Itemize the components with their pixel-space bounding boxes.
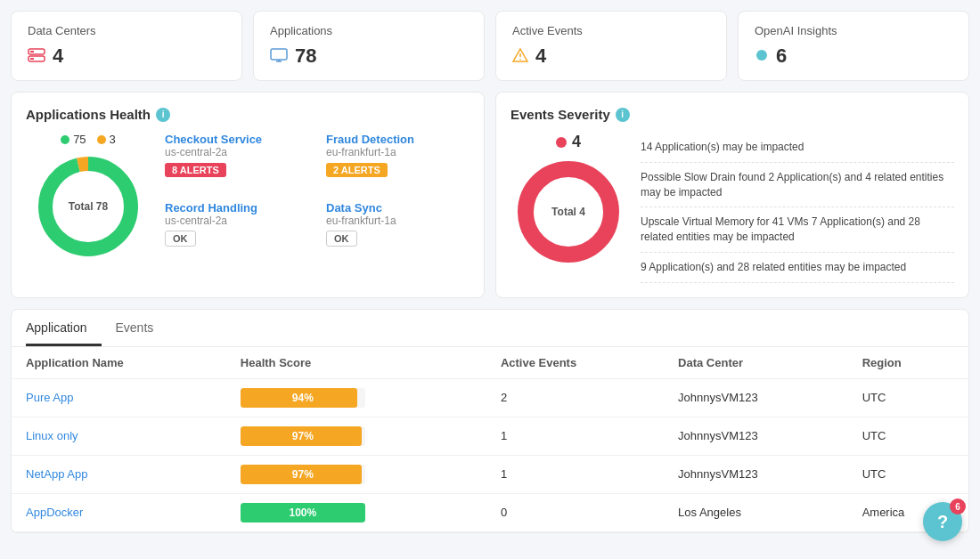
bulb-icon [755, 45, 769, 68]
severity-message: 9 Application(s) and 28 related entities… [641, 253, 954, 283]
health-score-cell: 97% [226, 455, 486, 493]
app-name-cell[interactable]: Linux only [12, 417, 226, 455]
legend-orange-dot [97, 135, 106, 144]
app-item: Checkout Service us-central-2a 8 ALERTS [165, 133, 308, 190]
warning-icon [512, 45, 528, 68]
data-center-cell: JohnnysVM123 [664, 378, 848, 417]
table-header-active-events: Active Events [486, 347, 664, 379]
tabs: ApplicationEvents [12, 310, 968, 347]
events-severity-info-icon[interactable]: i [616, 108, 630, 122]
app-name[interactable]: Fraud Detection [326, 133, 470, 146]
severity-message: 14 Application(s) may be impacted [641, 133, 954, 163]
svg-point-8 [756, 50, 767, 61]
severity-messages: 14 Application(s) may be impactedPossibl… [641, 133, 954, 283]
top-cards-section: Data Centers 4 Applications 78 Active Ev… [0, 0, 980, 81]
svg-rect-3 [30, 58, 34, 60]
app-badge: OK [326, 231, 357, 247]
top-card-value: 6 [755, 45, 952, 68]
app-location: us-central-2a [165, 215, 308, 227]
data-center-cell: Los Angeles [664, 493, 848, 531]
app-name[interactable]: Record Handling [165, 201, 308, 215]
app-item: Data Sync eu-frankfurt-1a OK [326, 201, 470, 260]
help-badge: 6 [950, 498, 966, 514]
help-button[interactable]: 6 ? [923, 502, 962, 541]
severity-donut: Total 4 [515, 158, 622, 265]
top-card-title: Data Centers [28, 24, 225, 37]
top-card-active-events: Active Events 4 [495, 11, 727, 81]
health-content: 75 3 Total 78 [26, 133, 470, 260]
app-badge: OK [165, 231, 196, 247]
health-bar: 97% [241, 426, 365, 446]
health-donut-wrap: 75 3 Total 78 [26, 133, 151, 260]
monitor-icon [270, 45, 288, 68]
table-header-data-center: Data Center [664, 347, 848, 379]
table-header: Application NameHealth ScoreActive Event… [12, 347, 968, 379]
tab-events[interactable]: Events [116, 310, 168, 346]
active-events-cell: 2 [486, 378, 664, 417]
top-card-applications: Applications 78 [253, 11, 485, 81]
top-card-data-centers: Data Centers 4 [11, 11, 242, 81]
health-bar: 94% [241, 388, 365, 408]
health-bar-label: 94% [241, 392, 365, 404]
app-badge: 8 ALERTS [165, 163, 226, 177]
table-body: Pure App 94% 2 JohnnysVM123 UTC Linux on… [12, 378, 968, 531]
data-center-cell: JohnnysVM123 [664, 455, 848, 493]
table-row: Pure App 94% 2 JohnnysVM123 UTC [12, 378, 968, 417]
tab-application[interactable]: Application [26, 310, 102, 346]
top-card-title: Active Events [512, 24, 710, 37]
region-cell: UTC [848, 455, 968, 493]
applications-health-info-icon[interactable]: i [156, 108, 170, 122]
health-donut-label: Total 78 [69, 200, 108, 213]
top-card-number: 4 [53, 45, 63, 68]
severity-count-value: 4 [572, 133, 581, 151]
app-name[interactable]: Data Sync [326, 201, 470, 215]
severity-message: Upscale Virtual Memory for 41 VMs 7 Appl… [641, 207, 954, 253]
app-name-cell[interactable]: AppDocker [12, 493, 226, 531]
applications-table: Application NameHealth ScoreActive Event… [12, 347, 968, 532]
severity-message: Possible Slow Drain found 2 Application(… [641, 163, 954, 208]
app-name-cell[interactable]: Pure App [12, 378, 226, 417]
legend-orange-value: 3 [110, 133, 116, 146]
top-card-number: 4 [535, 45, 546, 68]
health-score-cell: 100% [226, 493, 486, 531]
app-location: us-central-2a [165, 146, 308, 158]
top-card-number: 6 [776, 45, 787, 68]
applications-health-panel: Applications Health i 75 3 [11, 92, 485, 298]
events-severity-title: Events Severity i [510, 107, 954, 122]
table-row: AppDocker 100% 0 Los Angeles America [12, 493, 968, 531]
active-events-cell: 1 [486, 455, 664, 493]
top-card-value: 4 [28, 45, 225, 68]
app-item: Record Handling us-central-2a OK [165, 201, 308, 260]
middle-section: Applications Health i 75 3 [0, 81, 980, 309]
svg-point-7 [519, 59, 521, 61]
app-location: eu-frankfurt-1a [326, 215, 470, 227]
health-donut: Total 78 [35, 153, 142, 260]
region-cell: UTC [848, 417, 968, 455]
health-bar: 97% [241, 465, 365, 484]
bottom-section: ApplicationEvents Application NameHealth… [11, 309, 969, 533]
table-row: NetApp App 97% 1 JohnnysVM123 UTC [12, 455, 968, 493]
svg-rect-2 [30, 51, 34, 53]
health-bar: 100% [241, 503, 365, 523]
table-header-application-name: Application Name [12, 347, 226, 379]
legend-green-value: 75 [73, 133, 86, 146]
active-events-cell: 1 [486, 417, 664, 455]
top-card-title: Applications [270, 24, 468, 37]
legend-green-dot [61, 135, 69, 144]
health-legend: 75 3 [61, 133, 116, 146]
app-list: Checkout Service us-central-2a 8 ALERTS … [165, 133, 470, 260]
app-name[interactable]: Checkout Service [165, 133, 308, 146]
legend-green: 75 [61, 133, 86, 146]
severity-content: 4 Total 4 14 Application(s) may be impac… [510, 133, 954, 283]
events-severity-label: Events Severity [510, 107, 610, 122]
help-icon: ? [937, 512, 948, 532]
legend-orange: 3 [97, 133, 116, 146]
app-name-cell[interactable]: NetApp App [12, 455, 226, 493]
severity-count: 4 [556, 133, 581, 151]
table-header-health-score: Health Score [226, 347, 486, 379]
severity-left: 4 Total 4 [510, 133, 626, 283]
health-score-cell: 97% [226, 417, 486, 455]
top-card-openai-insights: OpenAI Insights 6 [738, 11, 969, 81]
dc-icon [28, 45, 45, 68]
svg-rect-4 [271, 49, 287, 60]
